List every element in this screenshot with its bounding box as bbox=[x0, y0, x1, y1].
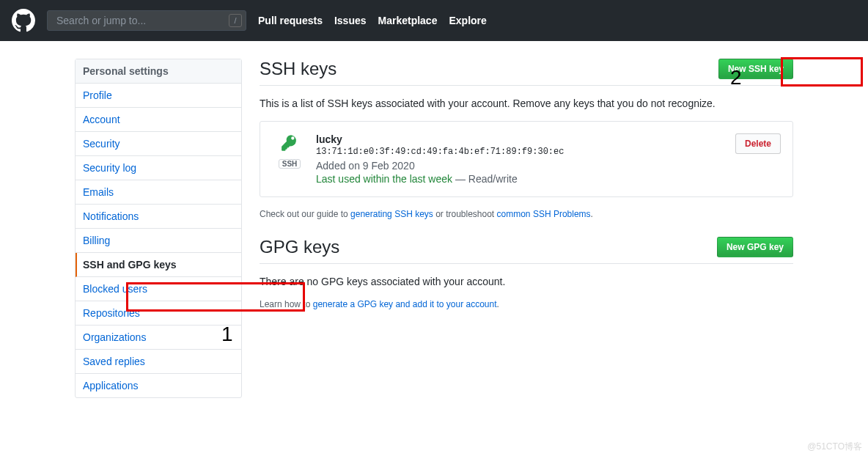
search-input[interactable] bbox=[47, 10, 246, 31]
sidebar-item-notifications[interactable]: Notifications bbox=[76, 205, 241, 229]
github-logo[interactable] bbox=[12, 9, 35, 32]
delete-ssh-key-button[interactable]: Delete bbox=[735, 133, 781, 154]
settings-sidebar: Personal settings Profile Account Securi… bbox=[75, 59, 242, 398]
sidebar-item-security[interactable]: Security bbox=[76, 132, 241, 156]
ssh-help-suffix: . bbox=[591, 209, 593, 219]
key-icon bbox=[280, 143, 299, 155]
ssh-key-sep: — bbox=[452, 173, 468, 185]
nav-issues[interactable]: Issues bbox=[334, 15, 367, 26]
sidebar-item-emails[interactable]: Emails bbox=[76, 180, 241, 205]
sidebar-item-organizations[interactable]: Organizations bbox=[76, 326, 241, 350]
gpg-heading: GPG keys bbox=[260, 237, 339, 257]
ssh-key-last-used: Last used within the last week — Read/wr… bbox=[316, 173, 724, 185]
sidebar-item-account[interactable]: Account bbox=[76, 108, 241, 132]
gpg-section: GPG keys New GPG key There are no GPG ke… bbox=[260, 237, 793, 309]
gpg-help-suffix: . bbox=[497, 299, 499, 309]
ssh-help-prefix: Check out our guide to bbox=[260, 209, 350, 219]
generating-ssh-keys-link[interactable]: generating SSH keys bbox=[350, 209, 433, 219]
search-box: / bbox=[47, 10, 246, 31]
ssh-key-fingerprint: 13:71:1d:e0:3f:49:cd:49:fa:4b:ef:71:89:f… bbox=[316, 147, 724, 157]
ssh-intro-text: This is a list of SSH keys associated wi… bbox=[260, 98, 793, 109]
gpg-help-prefix: Learn how to bbox=[260, 299, 313, 309]
ssh-key-actions: Delete bbox=[724, 133, 781, 154]
ssh-key-icon-col: SSH bbox=[272, 133, 307, 169]
gpg-intro-text: There are no GPG keys associated with yo… bbox=[260, 276, 793, 287]
ssh-badge: SSH bbox=[279, 159, 301, 169]
common-ssh-problems-link[interactable]: common SSH Problems bbox=[497, 209, 591, 219]
nav-pull-requests[interactable]: Pull requests bbox=[258, 15, 323, 26]
gpg-help-text: Learn how to generate a GPG key and add … bbox=[260, 299, 793, 309]
settings-menu: Personal settings Profile Account Securi… bbox=[75, 59, 242, 398]
sidebar-item-billing[interactable]: Billing bbox=[76, 229, 241, 253]
search-slash-hint: / bbox=[229, 14, 242, 27]
ssh-key-access: Read/write bbox=[468, 173, 518, 185]
nav-marketplace[interactable]: Marketplace bbox=[378, 15, 438, 26]
ssh-help-text: Check out our guide to generating SSH ke… bbox=[260, 209, 793, 219]
top-header: / Pull requests Issues Marketplace Explo… bbox=[0, 0, 868, 41]
ssh-key-details: lucky 13:71:1d:e0:3f:49:cd:49:fa:4b:ef:7… bbox=[316, 133, 724, 185]
gpg-subhead: GPG keys New GPG key bbox=[260, 237, 793, 264]
sidebar-item-repositories[interactable]: Repositories bbox=[76, 301, 241, 326]
new-ssh-key-button[interactable]: New SSH key bbox=[718, 59, 793, 79]
page-container: Personal settings Profile Account Securi… bbox=[63, 41, 805, 416]
ssh-key-added: Added on 9 Feb 2020 bbox=[316, 160, 724, 172]
sidebar-item-applications[interactable]: Applications bbox=[76, 374, 241, 397]
main-content: SSH keys New SSH key This is a list of S… bbox=[260, 59, 793, 398]
ssh-key-item: SSH lucky 13:71:1d:e0:3f:49:cd:49:fa:4b:… bbox=[260, 122, 792, 196]
sidebar-item-ssh-gpg-keys[interactable]: SSH and GPG keys bbox=[76, 253, 241, 277]
primary-nav: Pull requests Issues Marketplace Explore bbox=[258, 15, 487, 26]
nav-explore[interactable]: Explore bbox=[449, 15, 486, 26]
sidebar-item-security-log[interactable]: Security log bbox=[76, 156, 241, 180]
ssh-key-name: lucky bbox=[316, 133, 724, 145]
new-gpg-key-button[interactable]: New GPG key bbox=[717, 237, 793, 257]
ssh-key-list: SSH lucky 13:71:1d:e0:3f:49:cd:49:fa:4b:… bbox=[260, 121, 793, 197]
ssh-help-mid: or troubleshoot bbox=[433, 209, 497, 219]
ssh-key-last-used-label: Last used within the last week bbox=[316, 173, 452, 185]
settings-menu-header: Personal settings bbox=[76, 59, 241, 84]
sidebar-item-saved-replies[interactable]: Saved replies bbox=[76, 350, 241, 374]
ssh-subhead: SSH keys New SSH key bbox=[260, 59, 793, 86]
ssh-heading: SSH keys bbox=[260, 59, 336, 79]
sidebar-item-profile[interactable]: Profile bbox=[76, 84, 241, 108]
sidebar-item-blocked-users[interactable]: Blocked users bbox=[76, 277, 241, 301]
generate-gpg-key-link[interactable]: generate a GPG key and add it to your ac… bbox=[313, 299, 497, 309]
